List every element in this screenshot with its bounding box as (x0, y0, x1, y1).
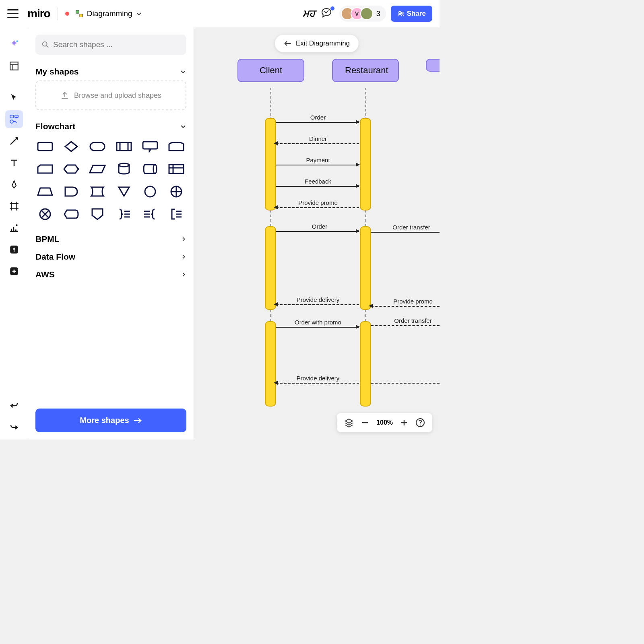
arrowhead-icon (274, 141, 278, 145)
scribble-icon[interactable]: ਮਹ (303, 8, 315, 19)
activation-bar[interactable] (360, 118, 371, 211)
text-tool[interactable] (5, 154, 23, 171)
message-arrow[interactable] (276, 143, 359, 144)
message-arrow[interactable] (276, 231, 359, 232)
message-arrow[interactable] (276, 207, 359, 208)
message-arrow[interactable] (276, 122, 359, 123)
exit-diagramming-button[interactable]: Exit Diagramming (275, 35, 359, 52)
shape-xcircle[interactable] (35, 206, 55, 222)
shape-shield[interactable] (88, 206, 107, 222)
search-input[interactable] (53, 40, 180, 49)
shape-rounded[interactable] (88, 138, 107, 155)
shape-triangle-down[interactable] (114, 184, 134, 200)
activation-bar[interactable] (360, 226, 371, 310)
shape-predefined[interactable] (114, 138, 134, 155)
actor-client[interactable]: Client (237, 59, 304, 82)
arrowhead-icon (274, 205, 278, 209)
frame-tool[interactable] (5, 197, 23, 215)
apps-tool[interactable] (5, 241, 23, 258)
shape-hexagon[interactable] (62, 161, 81, 177)
templates-tool[interactable] (5, 57, 23, 75)
message-arrow[interactable] (371, 383, 440, 384)
message-arrow[interactable] (371, 325, 440, 326)
shape-crosscircle[interactable] (167, 184, 186, 200)
section-my-shapes[interactable]: My shapes (35, 63, 186, 80)
section-dataflow[interactable]: Data Flow (35, 248, 186, 266)
shape-brace-right[interactable] (114, 206, 134, 222)
canvas[interactable]: Exit Diagramming Client Restaurant Order… (194, 27, 440, 440)
chevron-right-icon (181, 272, 186, 277)
mode-selector[interactable]: Diagramming (65, 9, 142, 18)
chart-tool[interactable] (5, 219, 23, 237)
svg-point-3 (401, 12, 403, 14)
pen-tool[interactable] (5, 175, 23, 193)
shape-drum[interactable] (140, 161, 160, 177)
shapes-tool[interactable] (5, 110, 23, 128)
redo-button[interactable] (5, 418, 23, 436)
svg-rect-9 (15, 115, 18, 118)
upload-shapes[interactable]: Browse and upload shapes (35, 80, 186, 110)
section-flowchart[interactable]: Flowchart (35, 118, 186, 135)
undo-button[interactable] (5, 396, 23, 414)
shape-callout[interactable] (140, 138, 160, 155)
svg-rect-20 (38, 142, 52, 151)
message-arrow[interactable] (371, 232, 440, 233)
shape-card[interactable] (35, 161, 55, 177)
svg-point-2 (398, 12, 400, 14)
activation-bar[interactable] (360, 321, 371, 407)
ai-tool[interactable] (5, 35, 23, 53)
activation-bar[interactable] (265, 321, 276, 407)
chevron-right-icon (181, 254, 186, 260)
avatar-count: 3 (376, 10, 380, 18)
shape-dshape[interactable] (62, 184, 81, 200)
shape-display[interactable] (62, 206, 81, 222)
line-tool[interactable] (5, 132, 23, 150)
shape-brace-left[interactable] (140, 206, 160, 222)
shape-trapezoid[interactable] (35, 184, 55, 200)
shape-internalstorage[interactable] (167, 161, 186, 177)
message-arrow[interactable] (276, 327, 359, 328)
message-arrow[interactable] (276, 304, 359, 305)
more-shapes-button[interactable]: More shapes (35, 409, 186, 432)
message-label: Provide delivery (297, 375, 340, 382)
chevron-down-icon (136, 10, 142, 17)
message-arrow[interactable] (276, 186, 359, 187)
upload-icon (60, 91, 69, 100)
message-arrow[interactable] (276, 165, 359, 165)
section-aws[interactable]: AWS (35, 266, 186, 283)
svg-rect-8 (10, 115, 14, 118)
help-button[interactable] (415, 418, 425, 427)
shape-parallelogram[interactable] (88, 161, 107, 177)
lifeline (365, 88, 366, 120)
shape-concave[interactable] (88, 184, 107, 200)
activation-bar[interactable] (265, 226, 276, 310)
chat-icon[interactable] (320, 6, 334, 21)
message-arrow[interactable] (371, 306, 440, 307)
actor-third[interactable] (426, 59, 440, 72)
menu-button[interactable] (7, 8, 19, 19)
shape-note[interactable] (167, 138, 186, 155)
search-shapes[interactable] (35, 35, 186, 55)
collaborator-avatars[interactable]: V 3 (339, 6, 386, 22)
zoom-out-button[interactable] (361, 419, 369, 427)
add-tool[interactable] (5, 262, 23, 280)
shape-circle[interactable] (140, 184, 160, 200)
shape-bracket[interactable] (167, 206, 186, 222)
shape-rectangle[interactable] (35, 138, 55, 155)
actor-restaurant[interactable]: Restaurant (332, 59, 399, 82)
svg-point-15 (16, 224, 17, 226)
zoom-controls: 100% (337, 413, 432, 432)
share-button[interactable]: Share (391, 6, 432, 22)
select-tool[interactable] (5, 89, 23, 106)
layers-button[interactable] (344, 418, 354, 427)
section-bpml[interactable]: BPML (35, 230, 186, 248)
message-arrow[interactable] (276, 383, 359, 384)
activation-bar[interactable] (265, 118, 276, 211)
shape-diamond[interactable] (62, 138, 81, 155)
zoom-in-button[interactable] (400, 419, 408, 427)
shape-cylinder[interactable] (114, 161, 134, 177)
arrowhead-icon (356, 120, 360, 124)
arrowhead-icon (369, 304, 373, 308)
lifeline (270, 88, 271, 120)
zoom-level[interactable]: 100% (376, 419, 393, 426)
